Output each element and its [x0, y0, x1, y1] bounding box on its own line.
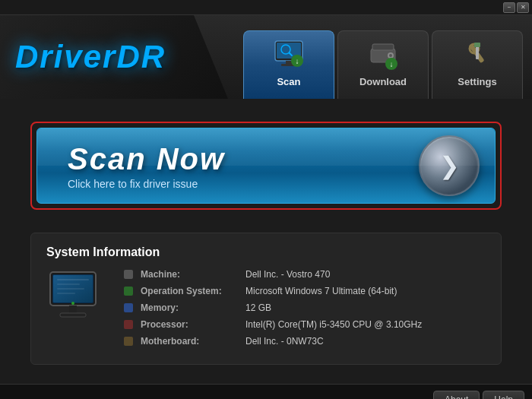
os-label: Operation System: — [141, 286, 239, 296]
tab-settings[interactable]: Settings — [432, 30, 523, 99]
svg-rect-23 — [57, 279, 89, 280]
svg-rect-24 — [57, 283, 80, 285]
close-button[interactable]: ✕ — [517, 2, 529, 13]
system-info-body: Machine: Dell Inc. - Vostro 470 Operatio… — [46, 268, 486, 352]
title-bar: − ✕ — [0, 0, 532, 15]
logo-area: DriverDR — [0, 15, 228, 99]
motherboard-icon — [122, 335, 135, 347]
motherboard-label: Motherboard: — [141, 336, 239, 347]
memory-value: 12 GB — [245, 302, 271, 313]
about-label: About — [445, 394, 468, 400]
motherboard-value: Dell Inc. - 0NW73C — [245, 336, 324, 347]
scan-arrow-button[interactable]: ❯ — [419, 135, 480, 196]
info-rows: Machine: Dell Inc. - Vostro 470 Operatio… — [122, 268, 486, 352]
svg-text:↓: ↓ — [390, 60, 394, 68]
arrow-icon: ❯ — [439, 151, 460, 180]
logo-text: DriverDR — [15, 39, 166, 75]
nav-tabs: ↓ Scan ↓ Download — [228, 15, 532, 99]
download-icon: ↓ — [365, 36, 401, 73]
info-row-os: Operation System: Microsoft Windows 7 Ul… — [122, 285, 486, 297]
svg-rect-17 — [474, 43, 480, 47]
processor-icon — [122, 318, 135, 331]
main-content: Scan Now Click here to fix driver issue … — [0, 99, 532, 384]
scan-now-text-area: Scan Now Click here to fix driver issue — [68, 142, 225, 190]
svg-point-27 — [71, 302, 74, 305]
scan-tab-label: Scan — [277, 76, 300, 87]
processor-value: Intel(R) Core(TM) i5-3450 CPU @ 3.10GHz — [245, 319, 422, 330]
about-button[interactable]: About — [433, 391, 480, 400]
scan-now-subtitle: Click here to fix driver issue — [68, 178, 225, 190]
processor-label: Processor: — [141, 319, 239, 330]
scan-now-button[interactable]: Scan Now Click here to fix driver issue … — [36, 128, 496, 204]
download-tab-label: Download — [359, 76, 407, 87]
svg-rect-21 — [69, 306, 77, 313]
scan-icon: ↓ — [271, 36, 307, 73]
help-label: Help — [494, 394, 513, 400]
settings-tab-label: Settings — [458, 76, 496, 87]
settings-icon — [459, 36, 496, 73]
tab-scan[interactable]: ↓ Scan — [243, 30, 334, 99]
machine-label: Machine: — [141, 269, 239, 280]
os-icon — [122, 285, 135, 297]
machine-icon — [122, 268, 135, 280]
header: DriverDR ↓ Sca — [0, 15, 532, 99]
svg-rect-25 — [57, 288, 84, 290]
help-button[interactable]: Help — [483, 391, 524, 400]
info-row-memory: Memory: 12 GB — [122, 302, 486, 314]
scan-now-wrapper: Scan Now Click here to fix driver issue … — [30, 122, 502, 210]
system-info-title: System Information — [46, 245, 486, 259]
svg-rect-26 — [57, 293, 75, 294]
tab-download[interactable]: ↓ Download — [337, 30, 429, 99]
monitor-icon — [46, 268, 107, 321]
os-value: Microsoft Windows 7 Ultimate (64-bit) — [245, 286, 397, 296]
svg-point-11 — [389, 54, 392, 57]
svg-rect-9 — [372, 44, 394, 50]
svg-text:↓: ↓ — [296, 57, 299, 65]
info-row-motherboard: Motherboard: Dell Inc. - 0NW73C — [122, 335, 486, 347]
svg-rect-4 — [286, 61, 292, 64]
memory-icon — [122, 302, 135, 314]
info-row-processor: Processor: Intel(R) Core(TM) i5-3450 CPU… — [122, 318, 486, 331]
machine-value: Dell Inc. - Vostro 470 — [245, 269, 330, 280]
minimize-button[interactable]: − — [503, 2, 515, 13]
memory-label: Memory: — [141, 302, 239, 313]
system-info-section: System Information — [30, 233, 502, 365]
scan-now-title: Scan Now — [68, 142, 225, 176]
info-row-machine: Machine: Dell Inc. - Vostro 470 — [122, 268, 486, 280]
footer: About Help — [0, 384, 532, 399]
svg-rect-22 — [60, 313, 86, 317]
